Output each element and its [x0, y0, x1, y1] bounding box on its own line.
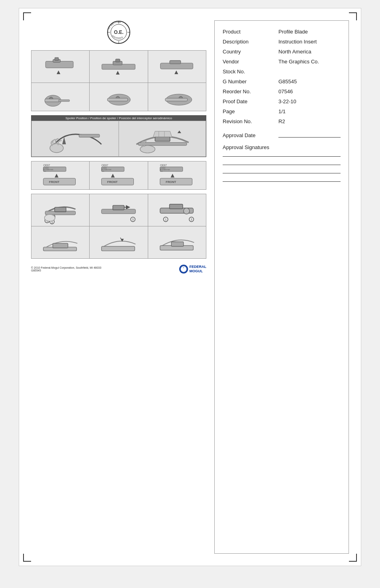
- blade-connector-2: [100, 54, 137, 80]
- content-area: O.E. FIT AND FORM ASSURANCE: [31, 20, 349, 554]
- image-cell-l1c1: 1 2 3: [31, 194, 89, 226]
- spoiler-header-text: Spoiler Position / Position de spoiler /…: [65, 116, 172, 120]
- install-step-2: 3: [100, 196, 137, 224]
- blade-assembled-1: [41, 84, 79, 110]
- approval-date-label: Approval Date: [223, 132, 274, 138]
- svg-marker-58: [170, 174, 174, 178]
- spoiler-cell-1: [31, 121, 119, 157]
- info-row-stock: Stock No.: [223, 67, 341, 77]
- svg-text:®: ®: [183, 267, 184, 269]
- sig-line-4: [223, 181, 341, 182]
- left-footer: © 2010 Federal-Mogul Corporation, Southf…: [31, 265, 206, 273]
- corner-mark-br: [349, 554, 357, 562]
- approval-signatures-label: Approval Signatures: [223, 144, 341, 150]
- step-m3: OE87 C23003 AUTOMOTIVE LLC FRONT: [158, 163, 196, 188]
- spoiler-illustration-2: [133, 123, 192, 155]
- image-grid-top: [31, 50, 206, 111]
- g-number-value: G85545: [278, 79, 297, 85]
- blade-assembled-3: [158, 84, 196, 110]
- svg-text:OE87: OE87: [160, 164, 167, 167]
- svg-rect-15: [116, 59, 120, 62]
- revision-no-value: R2: [278, 118, 285, 124]
- step-m1: OE87 C23003 AUTOMOTIVE LLC FRONT: [41, 163, 79, 188]
- svg-rect-31: [79, 134, 100, 138]
- image-cell-l1c2: 3: [90, 194, 147, 226]
- svg-rect-72: [113, 205, 125, 210]
- info-row-page: Page 1/1: [223, 106, 341, 116]
- svg-rect-26: [108, 98, 128, 101]
- info-row-product: Product Profile Blade: [223, 27, 341, 37]
- info-row-country: Country North America: [223, 47, 341, 57]
- image-cell-l2c3: [148, 226, 206, 258]
- svg-marker-16: [116, 71, 119, 74]
- image-grid-lower: 1 2 3: [31, 194, 206, 259]
- vendor-value: The Graphics Co.: [278, 59, 319, 65]
- corner-mark-tl: [23, 12, 31, 20]
- country-label: Country: [223, 49, 274, 55]
- blade-assembled-2: [100, 84, 137, 110]
- blade-connector-3: [158, 54, 196, 80]
- oe-logo: O.E. FIT AND FORM ASSURANCE: [107, 20, 131, 44]
- svg-rect-18: [170, 60, 181, 63]
- svg-text:FRONT: FRONT: [49, 180, 60, 184]
- spoiler-images: [31, 121, 206, 157]
- svg-rect-83: [53, 243, 68, 248]
- image-cell-m1: OE87 C23003 AUTOMOTIVE LLC FRONT: [31, 161, 89, 189]
- svg-point-79: [183, 208, 189, 214]
- svg-rect-23: [59, 100, 70, 102]
- brand-line2: MOGUL: [190, 269, 207, 273]
- image-cell-r1c3: [148, 51, 206, 83]
- svg-text:OE87: OE87: [102, 164, 108, 167]
- info-row-revision: Revision No. R2: [223, 116, 341, 126]
- sig-line-3: [223, 173, 341, 173]
- svg-text:O.E.: O.E.: [114, 29, 123, 35]
- copyright-text: © 2010 Federal-Mogul Corporation, Southf…: [31, 266, 101, 269]
- right-panel: Product Profile Blade Description Instru…: [214, 20, 349, 554]
- g-number-label: G Number: [223, 79, 274, 85]
- blade-connector-1: [41, 54, 79, 80]
- svg-rect-68: [55, 207, 66, 212]
- installed-blade-1: [41, 228, 79, 257]
- svg-rect-22: [45, 99, 60, 102]
- approval-signatures-section: Approval Signatures: [223, 144, 341, 190]
- svg-marker-50: [111, 174, 115, 178]
- svg-marker-42: [55, 174, 59, 178]
- svg-marker-19: [174, 70, 178, 74]
- svg-rect-78: [169, 204, 182, 208]
- sig-line-2: [223, 165, 341, 165]
- step-m2: OE87 C23003 AUTOMOTIVE LLC FRONT: [100, 163, 137, 188]
- corner-mark-tr: [349, 12, 357, 20]
- brand-name: FEDERAL MOGUL: [190, 265, 207, 273]
- installed-blade-3: [158, 228, 196, 257]
- stock-no-label: Stock No.: [223, 69, 274, 75]
- image-cell-l2c1: [31, 226, 89, 258]
- product-label: Product: [223, 29, 274, 35]
- page-value: 1/1: [278, 108, 286, 114]
- copyright-block: © 2010 Federal-Mogul Corporation, Southf…: [31, 266, 101, 272]
- corner-mark-bl: [23, 554, 31, 562]
- sig-line-1: [223, 156, 341, 157]
- image-cell-r2c3: [148, 83, 206, 111]
- proof-date-value: 3-22-10: [278, 98, 296, 104]
- info-row-gnumber: G Number G85545: [223, 77, 341, 87]
- fm-circle: ®: [179, 265, 188, 273]
- svg-rect-84: [102, 246, 135, 251]
- svg-text:LLC: LLC: [43, 171, 46, 172]
- image-grid-middle: OE87 C23003 AUTOMOTIVE LLC FRONT OE87 C2…: [31, 161, 206, 190]
- svg-point-69: [45, 214, 55, 221]
- image-cell-l1c3: 3 1: [148, 194, 206, 226]
- federal-mogul-logo: ® FEDERAL MOGUL: [179, 265, 207, 273]
- spoiler-section: Spoiler Position / Position de spoiler /…: [31, 115, 206, 157]
- spoiler-cell-2: [119, 121, 206, 157]
- svg-text:FRONT: FRONT: [166, 180, 176, 184]
- spoiler-header: Spoiler Position / Position de spoiler /…: [31, 116, 206, 121]
- svg-text:3: 3: [132, 218, 134, 221]
- install-step-1: 1 2 3: [41, 196, 79, 224]
- svg-rect-29: [165, 98, 188, 101]
- svg-text:LLC: LLC: [160, 171, 163, 172]
- svg-rect-33: [155, 137, 170, 141]
- svg-text:LLC: LLC: [102, 171, 104, 172]
- revision-no-label: Revision No.: [223, 118, 274, 124]
- installed-blade-2: [100, 228, 137, 257]
- brand-line1: FEDERAL: [190, 265, 207, 269]
